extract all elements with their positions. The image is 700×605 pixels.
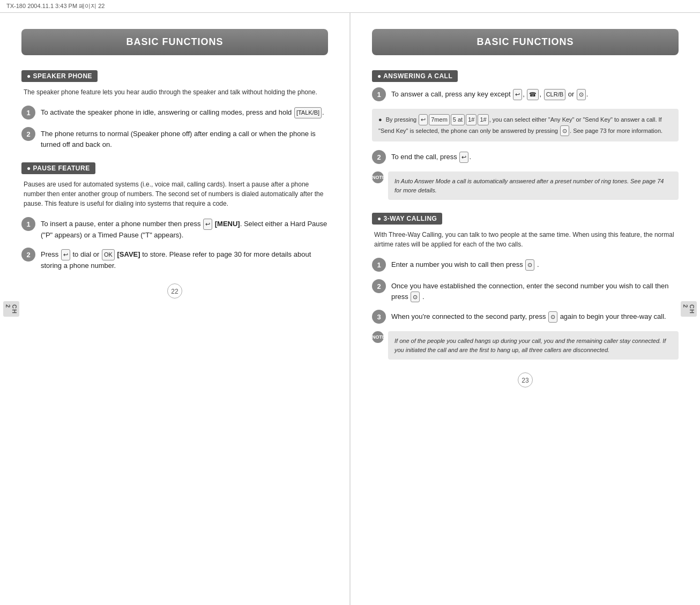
three-way-step-num-3: 3 [372, 310, 386, 324]
step-num-1: 1 [21, 106, 35, 119]
pause-step-num-1: 1 [21, 217, 35, 231]
three-way-step-num-2: 2 [372, 279, 386, 293]
answer-note-2: In Auto Answer Mode a call is automatica… [388, 171, 679, 200]
three-way-step-3: 3 When you're connected to the second pa… [372, 310, 679, 324]
step-text-1: To activate the speaker phone in idle, a… [41, 106, 324, 118]
ch-label-left: CH2 [3, 301, 19, 317]
three-way-step-text-2: Once you have established the connection… [391, 279, 679, 302]
answer-step-text-2: To end the call, press ↩. [391, 150, 471, 163]
answer-note-1: ● By pressing ↩7mem5 at1#1#, you can sel… [372, 109, 679, 141]
pause-step-1: 1 To insert a pause, enter a phone numbe… [21, 217, 328, 240]
step-num-2: 2 [21, 127, 35, 141]
three-way-section: 3-WAY CALLING With Three-Way Calling, yo… [372, 213, 679, 360]
speaker-phone-section: SPEAKER PHONE The speaker phone feature … [21, 70, 328, 150]
three-way-step-text-1: Enter a number you wish to call then pre… [391, 258, 539, 271]
note-icon-2: NOTE [372, 331, 384, 343]
three-way-step-1: 1 Enter a number you wish to call then p… [372, 258, 679, 272]
speaker-step-1: 1 To activate the speaker phone in idle,… [21, 106, 328, 119]
left-page-num: 22 [167, 283, 182, 298]
three-way-desc: With Three-Way Calling, you can talk to … [372, 230, 679, 249]
pause-step-2: 2 Press ↩ to dial or OK [SAVE] to store.… [21, 248, 328, 271]
three-way-note: If one of the people you called hangs up… [388, 331, 679, 360]
pause-step-text-1: To insert a pause, enter a phone number … [41, 217, 328, 240]
ch-label-right: CH2 [681, 301, 697, 317]
pause-feature-section: PAUSE FEATURE Pauses are used for automa… [21, 162, 328, 271]
three-way-title: 3-WAY CALLING [372, 213, 442, 225]
pause-feature-title: PAUSE FEATURE [21, 162, 95, 174]
answer-step-1: 1 To answer a call, press any key except… [372, 87, 679, 101]
note-icon-1: NOTE [372, 171, 384, 183]
right-page-num: 23 [518, 372, 533, 387]
right-page-header: BASIC FUNCTIONS [372, 29, 679, 55]
three-way-step-text-3: When you're connected to the second part… [391, 310, 666, 323]
speaker-phone-desc: The speaker phone feature lets you hear … [21, 87, 328, 97]
speaker-phone-title: SPEAKER PHONE [21, 70, 98, 82]
answering-call-title: ANSWERING A CALL [372, 70, 458, 82]
right-page: CH2 BASIC FUNCTIONS ANSWERING A CALL 1 T… [351, 13, 700, 605]
answer-step-2: 2 To end the call, press ↩. [372, 150, 679, 164]
answer-step-text-1: To answer a call, press any key except ↩… [391, 87, 588, 100]
answer-step-num-1: 1 [372, 87, 386, 101]
left-page: CH2 BASIC FUNCTIONS SPEAKER PHONE The sp… [0, 13, 351, 605]
top-bar: TX-180 2004.11.1 3:43 PM 페이지 22 [0, 0, 700, 13]
three-way-step-2: 2 Once you have established the connecti… [372, 279, 679, 302]
pause-step-text-2: Press ↩ to dial or OK [SAVE] to store. P… [41, 248, 328, 271]
pause-step-num-2: 2 [21, 248, 35, 262]
answering-call-section: ANSWERING A CALL 1 To answer a call, pre… [372, 70, 679, 200]
step-text-2: The phone returns to normal (Speaker pho… [41, 127, 328, 150]
left-page-header: BASIC FUNCTIONS [21, 29, 328, 55]
answer-step-num-2: 2 [372, 150, 386, 164]
pause-feature-desc: Pauses are used for automated systems (i… [21, 180, 328, 208]
three-way-step-num-1: 1 [372, 258, 386, 272]
speaker-step-2: 2 The phone returns to normal (Speaker p… [21, 127, 328, 150]
